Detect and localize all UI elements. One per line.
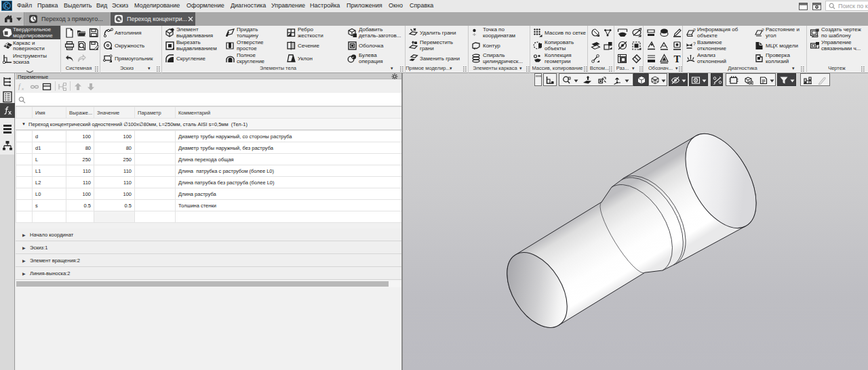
svg-text:?: ? xyxy=(693,41,696,46)
svg-text:?: ? xyxy=(693,28,696,33)
svg-text:?: ? xyxy=(762,28,764,33)
svg-text:f: f xyxy=(18,83,21,90)
svg-text:x: x xyxy=(21,86,24,91)
svg-text:!: ! xyxy=(816,28,817,32)
svg-text:T: T xyxy=(673,54,680,64)
